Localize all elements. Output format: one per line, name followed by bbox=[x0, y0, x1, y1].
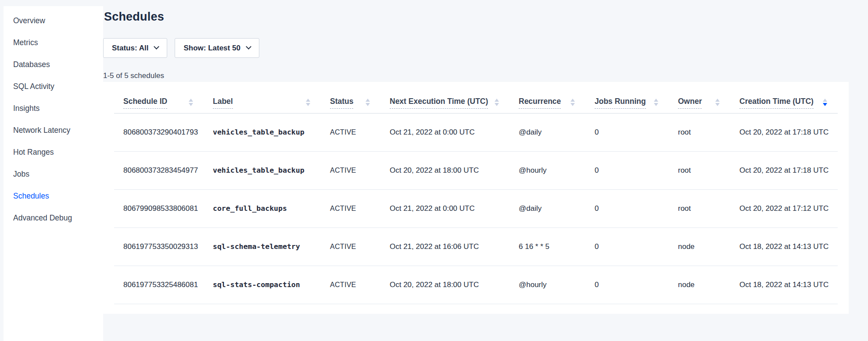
table-row: 806197753350029313 sql-schema-telemetry … bbox=[114, 227, 838, 266]
show-filter-label: Show: Latest 50 bbox=[183, 44, 240, 53]
cell-owner: root bbox=[669, 151, 730, 189]
cell-jobs-running: 0 bbox=[585, 113, 669, 151]
sidebar-item-metrics[interactable]: Metrics bbox=[4, 32, 103, 53]
cell-creation-time: Oct 20, 2022 at 17:18 UTC bbox=[730, 113, 838, 151]
cell-next-execution: Oct 21, 2022 at 0:00 UTC bbox=[380, 113, 509, 151]
cell-recurrence: @hourly bbox=[509, 266, 585, 304]
column-header-creation-time[interactable]: Creation Time (UTC) bbox=[739, 97, 814, 109]
cell-recurrence: @hourly bbox=[509, 151, 585, 189]
sidebar-item-sql-activity[interactable]: SQL Activity bbox=[4, 75, 103, 97]
chevron-down-icon bbox=[246, 44, 251, 50]
cell-label: vehicles_table_backup bbox=[204, 151, 321, 189]
page-title: Schedules bbox=[104, 10, 849, 24]
sort-arrows-icon-active-desc[interactable] bbox=[823, 99, 827, 106]
table-row: 806799098533806081 core_full_backups ACT… bbox=[114, 189, 838, 227]
cell-recurrence: @daily bbox=[509, 189, 585, 227]
filter-bar: Status: All Show: Latest 50 bbox=[103, 38, 849, 58]
cell-recurrence: 6 16 * * 5 bbox=[509, 227, 585, 266]
cell-schedule-id: 806800373283454977 bbox=[114, 151, 204, 189]
cell-owner: root bbox=[669, 113, 730, 151]
results-count: 1-5 of 5 schedules bbox=[103, 71, 849, 80]
sidebar-item-insights[interactable]: Insights bbox=[4, 97, 103, 119]
column-header-next-execution-time[interactable]: Next Execution Time (UTC) bbox=[390, 97, 488, 109]
cell-creation-time: Oct 18, 2022 at 14:13 UTC bbox=[730, 227, 838, 266]
table-row: 806800373283454977 vehicles_table_backup… bbox=[114, 151, 838, 189]
sidebar-item-databases[interactable]: Databases bbox=[4, 53, 103, 75]
cell-owner: node bbox=[669, 227, 730, 266]
column-header-recurrence[interactable]: Recurrence bbox=[519, 97, 561, 109]
sort-arrows-icon[interactable] bbox=[495, 99, 499, 106]
cell-label: sql-stats-compaction bbox=[204, 266, 321, 304]
cell-creation-time: Oct 20, 2022 at 17:12 UTC bbox=[730, 189, 838, 227]
sort-arrows-icon[interactable] bbox=[654, 99, 658, 106]
table-row: 806800373290401793 vehicles_table_backup… bbox=[114, 113, 838, 151]
cell-status: ACTIVE bbox=[321, 266, 380, 304]
sidebar-item-schedules[interactable]: Schedules bbox=[4, 185, 103, 207]
main-content: Schedules Status: All Show: Latest 50 1-… bbox=[103, 0, 868, 341]
cell-status: ACTIVE bbox=[321, 189, 380, 227]
cell-jobs-running: 0 bbox=[585, 151, 669, 189]
column-header-owner[interactable]: Owner bbox=[678, 97, 702, 109]
table-header-row: Schedule ID Label Status Next Execu bbox=[114, 82, 838, 113]
cell-creation-time: Oct 20, 2022 at 17:18 UTC bbox=[730, 151, 838, 189]
sidebar-item-jobs[interactable]: Jobs bbox=[4, 163, 103, 185]
cell-recurrence: @daily bbox=[509, 113, 585, 151]
column-header-label[interactable]: Label bbox=[213, 97, 233, 109]
table-row: 806197753325486081 sql-stats-compaction … bbox=[114, 266, 838, 304]
cell-next-execution: Oct 21, 2022 at 0:00 UTC bbox=[380, 189, 509, 227]
show-filter-dropdown[interactable]: Show: Latest 50 bbox=[175, 38, 259, 58]
cell-owner: node bbox=[669, 266, 730, 304]
status-filter-label: Status: All bbox=[112, 44, 148, 53]
cell-schedule-id: 806800373290401793 bbox=[114, 113, 204, 151]
schedules-page: Overview Metrics Databases SQL Activity … bbox=[0, 0, 868, 341]
cell-jobs-running: 0 bbox=[585, 227, 669, 266]
status-filter-dropdown[interactable]: Status: All bbox=[103, 38, 167, 58]
cell-next-execution: Oct 20, 2022 at 18:00 UTC bbox=[380, 151, 509, 189]
cell-owner: root bbox=[669, 189, 730, 227]
cell-status: ACTIVE bbox=[321, 227, 380, 266]
cell-status: ACTIVE bbox=[321, 151, 380, 189]
cell-schedule-id: 806197753350029313 bbox=[114, 227, 204, 266]
schedules-table-card: Schedule ID Label Status Next Execu bbox=[103, 82, 849, 314]
sidebar-item-network-latency[interactable]: Network Latency bbox=[4, 119, 103, 141]
sidebar: Overview Metrics Databases SQL Activity … bbox=[0, 0, 103, 341]
sort-arrows-icon[interactable] bbox=[366, 99, 370, 106]
sidebar-item-hot-ranges[interactable]: Hot Ranges bbox=[4, 141, 103, 163]
cell-label: sql-schema-telemetry bbox=[204, 227, 321, 266]
cell-jobs-running: 0 bbox=[585, 189, 669, 227]
column-header-schedule-id[interactable]: Schedule ID bbox=[123, 97, 167, 109]
cell-label: vehicles_table_backup bbox=[204, 113, 321, 151]
cell-next-execution: Oct 20, 2022 at 18:00 UTC bbox=[380, 266, 509, 304]
cell-jobs-running: 0 bbox=[585, 266, 669, 304]
cell-schedule-id: 806197753325486081 bbox=[114, 266, 204, 304]
cell-next-execution: Oct 21, 2022 at 16:06 UTC bbox=[380, 227, 509, 266]
column-header-jobs-running[interactable]: Jobs Running bbox=[595, 97, 646, 109]
sidebar-item-advanced-debug[interactable]: Advanced Debug bbox=[4, 207, 103, 229]
sidebar-item-overview[interactable]: Overview bbox=[4, 10, 103, 32]
cell-creation-time: Oct 18, 2022 at 14:13 UTC bbox=[730, 266, 838, 304]
column-header-status[interactable]: Status bbox=[330, 97, 353, 109]
cell-status: ACTIVE bbox=[321, 113, 380, 151]
sidebar-panel: Overview Metrics Databases SQL Activity … bbox=[4, 6, 103, 341]
cell-label: core_full_backups bbox=[204, 189, 321, 227]
chevron-down-icon bbox=[154, 44, 160, 50]
sort-arrows-icon[interactable] bbox=[715, 99, 720, 106]
sort-arrows-icon[interactable] bbox=[570, 99, 575, 106]
schedules-table: Schedule ID Label Status Next Execu bbox=[114, 82, 838, 304]
sort-arrows-icon[interactable] bbox=[306, 99, 310, 106]
sort-arrows-icon[interactable] bbox=[189, 99, 193, 106]
cell-schedule-id: 806799098533806081 bbox=[114, 189, 204, 227]
